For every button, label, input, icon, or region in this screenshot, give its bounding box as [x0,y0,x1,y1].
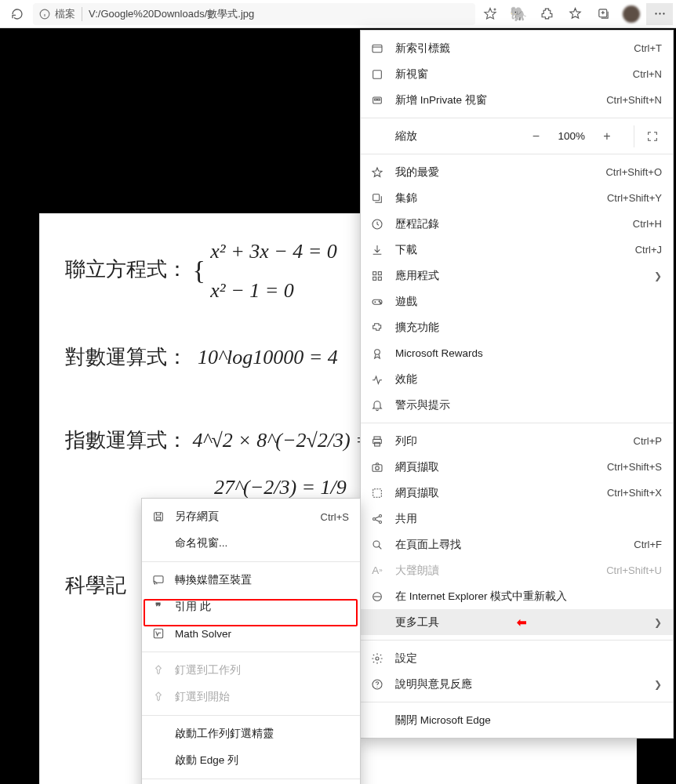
shortcut: Ctrl+J [635,244,662,256]
add-favorite-button[interactable] [477,3,503,25]
math-solver-icon [151,626,165,641]
separator [142,652,360,652]
menu-label: 擴充功能 [395,321,662,335]
menu-label: 新增 InPrivate 視窗 [395,93,595,107]
refresh-button[interactable] [3,3,31,25]
sub-label: 命名視窗... [175,536,349,550]
shortcut: Ctrl+T [634,42,662,54]
svg-point-8 [663,13,664,14]
menu-label: 效能 [395,372,662,387]
extensions-icon[interactable] [533,3,560,25]
info-button[interactable]: 檔案 [39,7,82,21]
submenu-pin-taskbar: 釘選到工作列 [142,657,360,684]
blank-icon [370,615,384,630]
zoom-out-button[interactable]: − [525,125,547,147]
menu-favorites[interactable]: 我的最愛 Ctrl+Shift+O [361,159,673,185]
shortcut: Ctrl+Shift+S [607,461,662,473]
shortcut: Ctrl+Shift+Y [607,192,662,204]
svg-rect-17 [373,271,376,274]
share-icon [370,512,384,526]
svg-rect-40 [156,517,160,520]
submenu-math-solver[interactable]: Math Solver [142,620,360,647]
fullscreen-button[interactable] [634,125,662,147]
menu-extensions[interactable]: 擴充功能 [361,314,673,340]
menu-label: 設定 [395,652,662,666]
menu-history[interactable]: 歷程記錄 Ctrl+H [361,211,673,237]
menu-label: 新視窗 [395,67,622,82]
gear-icon [370,652,384,666]
menu-label: 集錦 [395,191,596,205]
menu-new-window[interactable]: 新視窗 Ctrl+N [361,61,673,87]
menu-find[interactable]: 在頁面上尋找 Ctrl+F [361,532,673,557]
menu-help[interactable]: 說明與意見反應 ❯ [361,671,673,697]
submenu-cast[interactable]: 轉換媒體至裝置 [142,567,360,593]
shortcut: Ctrl+N [633,68,662,80]
menu-ie-mode[interactable]: 在 Internet Explorer 模式中重新載入 [361,583,673,609]
menu-label: 共用 [395,512,662,526]
svg-rect-18 [378,271,381,274]
menu-downloads[interactable]: 下載 Ctrl+J [361,237,673,263]
menu-apps[interactable]: 應用程式 ❯ [361,263,673,289]
menu-more-tools[interactable]: 更多工具 ⬅ ❯ [361,609,673,635]
submenu-pin-start: 釘選到開始 [142,684,360,710]
sub-label: 釘選到工作列 [175,663,349,677]
svg-point-36 [376,657,379,660]
shortcut: Ctrl+H [633,218,662,230]
favorites-icon[interactable] [562,3,588,25]
menu-label: 歷程記錄 [395,217,622,231]
evernote-icon[interactable]: 🐘 [505,3,532,25]
zoom-in-button[interactable]: + [596,125,618,147]
apps-icon [370,269,384,283]
menu-web-select[interactable]: 網頁擷取 Ctrl+Shift+X [361,480,673,506]
menu-rewards[interactable]: Microsoft Rewards [361,340,673,366]
submenu-cite[interactable]: ❞ 引用 此 [142,593,360,620]
profile-avatar[interactable] [618,3,645,25]
browser-toolbar: 檔案 V:/Google%20Downloads/數學式.jpg 🐘 [0,0,676,28]
menu-new-tab[interactable]: 新索引標籤 Ctrl+T [361,35,673,61]
svg-point-32 [379,514,381,517]
sub-label: 另存網頁 [175,510,311,524]
collections-icon[interactable] [590,3,616,25]
svg-rect-15 [373,194,380,200]
submenu-taskbar-wizard[interactable]: 啟動工作列釘選精靈 [142,720,360,747]
svg-rect-20 [378,277,381,280]
menu-games[interactable]: 遊戲 [361,289,673,314]
separator [142,561,360,562]
menu-web-capture[interactable]: 網頁擷取 Ctrl+Shift+S [361,454,673,480]
submenu-save-as[interactable]: 另存網頁 Ctrl+S [142,503,360,530]
main-menu: 新索引標籤 Ctrl+T 新視窗 Ctrl+N 新增 InPrivate 視窗 … [360,30,674,739]
chevron-right-icon: ❯ [654,679,662,690]
ie-icon [370,590,384,604]
inprivate-icon [370,93,384,107]
menu-close-edge[interactable]: 關閉 Microsoft Edge [361,707,673,733]
menu-label: 警示與提示 [395,398,662,412]
menu-inprivate[interactable]: 新增 InPrivate 視窗 Ctrl+Shift+N [361,87,673,113]
menu-settings[interactable]: 設定 [361,645,673,671]
svg-point-38 [376,686,377,687]
menu-collections[interactable]: 集錦 Ctrl+Shift+Y [361,185,673,211]
cast-icon [151,573,165,587]
menu-label: Microsoft Rewards [395,347,662,359]
chevron-right-icon: ❯ [654,617,662,628]
svg-point-23 [380,302,380,303]
menu-alerts[interactable]: 警示與提示 [361,392,673,418]
submenu-edge-bar[interactable]: 啟動 Edge 列 [142,747,360,774]
performance-icon [370,372,384,387]
menu-performance[interactable]: 效能 [361,366,673,392]
svg-rect-9 [373,45,382,52]
svg-point-24 [375,349,380,354]
menu-print[interactable]: 列印 Ctrl+P [361,428,673,454]
eq3-label: 指數運算式： [65,428,187,452]
separator [142,779,360,779]
svg-rect-30 [373,488,382,497]
sub-label: 啟動工作列釘選精靈 [175,727,349,741]
submenu-name-window[interactable]: 命名視窗... [142,530,360,557]
eq5-label: 科學記 [65,573,126,597]
menu-label: 在 Internet Explorer 模式中重新載入 [395,590,662,604]
menu-share[interactable]: 共用 [361,506,673,532]
search-icon [370,538,384,552]
svg-point-7 [659,13,660,14]
more-menu-button[interactable] [646,3,673,25]
address-bar[interactable]: 檔案 V:/Google%20Downloads/數學式.jpg [33,3,475,25]
extensions-icon [370,321,384,335]
